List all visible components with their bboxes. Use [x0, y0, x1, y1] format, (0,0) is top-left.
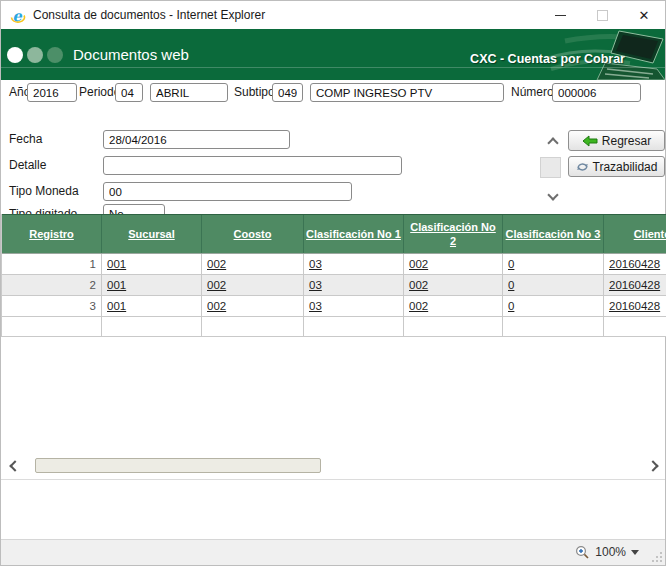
- coosto-link[interactable]: 002: [207, 300, 226, 312]
- status-bar: 100%: [1, 539, 665, 565]
- hscroll-right-icon[interactable]: [647, 460, 658, 471]
- trace-icon: [576, 161, 589, 173]
- cell-coosto: 002: [202, 275, 304, 296]
- clasificacion1-link[interactable]: 03: [309, 258, 322, 270]
- minimize-button[interactable]: [539, 1, 581, 29]
- module-title: CXC - Cuentas por Cobrar: [470, 52, 625, 66]
- title-bar: e Consulta de documentos - Internet Expl…: [1, 1, 665, 29]
- back-arrow-icon: [582, 135, 598, 147]
- cell-coosto: 002: [202, 254, 304, 275]
- clasificacion2-link[interactable]: 002: [409, 258, 428, 270]
- browser-window: e Consulta de documentos - Internet Expl…: [0, 0, 666, 566]
- table-row-empty: [2, 317, 666, 337]
- clasificacion3-link[interactable]: 0: [508, 300, 514, 312]
- header-dots: [7, 47, 63, 63]
- cell-coosto: 002: [202, 296, 304, 317]
- cell-clasificacion-1: 03: [304, 296, 404, 317]
- dot-green-icon: [47, 47, 63, 63]
- magnifier-zoom-icon: [575, 545, 590, 560]
- column-header-sucursal[interactable]: Sucursal: [102, 215, 202, 253]
- trazabilidad-button[interactable]: Trazabilidad: [568, 156, 665, 177]
- column-header-clasificacion-1[interactable]: Clasificación No 1: [304, 215, 404, 253]
- fecha-input[interactable]: [103, 130, 290, 149]
- resize-grip-icon[interactable]: [651, 551, 663, 563]
- cliente-link[interactable]: 20160428: [609, 279, 660, 291]
- numero-label: Número: [511, 83, 554, 102]
- zoom-control[interactable]: 100%: [575, 540, 639, 564]
- zoom-level: 100%: [595, 545, 626, 559]
- clasificacion2-link[interactable]: 002: [409, 300, 428, 312]
- svg-text:e: e: [12, 7, 22, 24]
- cell-cliente: 20160428: [604, 296, 666, 317]
- scroll-thumb-box[interactable]: [540, 157, 561, 178]
- zoom-caret-icon: [631, 550, 639, 555]
- minimize-icon: [555, 15, 566, 16]
- cell-registro: 2: [2, 275, 102, 296]
- coosto-link[interactable]: 002: [207, 258, 226, 270]
- close-icon: ✕: [639, 9, 650, 22]
- numero-input[interactable]: [552, 83, 641, 102]
- page-title: Documentos web: [73, 46, 189, 63]
- cell-clasificacion-3: 0: [503, 254, 604, 275]
- cell-sucursal: 001: [102, 275, 202, 296]
- column-header-registro[interactable]: Registro: [2, 215, 102, 253]
- column-header-clasificacion-2[interactable]: Clasificación No 2: [404, 215, 503, 253]
- maximize-icon: [597, 10, 608, 21]
- cell-clasificacion-2: 002: [404, 254, 503, 275]
- subtipo-name-input[interactable]: [310, 83, 504, 102]
- regresar-button[interactable]: Regresar: [568, 130, 665, 151]
- column-header-clasificacion-3[interactable]: Clasificación No 3: [503, 215, 604, 253]
- tipo-moneda-label: Tipo Moneda: [9, 182, 79, 201]
- scroll-down-icon[interactable]: [547, 189, 558, 200]
- dot-white-icon: [7, 47, 23, 63]
- app-header: Documentos web CXC - Cuentas por Cobrar: [1, 29, 665, 80]
- clasificacion1-link[interactable]: 03: [309, 279, 322, 291]
- frame-divider: [1, 479, 665, 480]
- tipo-moneda-input[interactable]: [103, 182, 352, 201]
- table-row: 3 001 002 03 002 0 20160428: [2, 296, 666, 317]
- window-controls: ✕: [539, 1, 665, 29]
- documents-table: Registro Sucursal Coosto Clasificación N…: [1, 214, 666, 337]
- sucursal-link[interactable]: 001: [107, 258, 126, 270]
- periodo-name-input[interactable]: [150, 83, 228, 102]
- hscroll-thumb[interactable]: [35, 458, 321, 473]
- clasificacion3-link[interactable]: 0: [508, 279, 514, 291]
- cell-clasificacion-2: 002: [404, 296, 503, 317]
- coosto-link[interactable]: 002: [207, 279, 226, 291]
- maximize-button[interactable]: [581, 1, 623, 29]
- cell-clasificacion-1: 03: [304, 275, 404, 296]
- scroll-up-icon[interactable]: [547, 137, 558, 148]
- sucursal-link[interactable]: 001: [107, 300, 126, 312]
- ano-input[interactable]: [27, 83, 77, 102]
- detalle-input[interactable]: [103, 156, 402, 175]
- regresar-label: Regresar: [602, 134, 651, 148]
- window-title: Consulta de documentos - Internet Explor…: [33, 8, 265, 22]
- fecha-label: Fecha: [9, 130, 42, 149]
- periodo-code-input[interactable]: [115, 83, 143, 102]
- cliente-link[interactable]: 20160428: [609, 258, 660, 270]
- cell-clasificacion-3: 0: [503, 275, 604, 296]
- detalle-label: Detalle: [9, 156, 46, 175]
- cell-clasificacion-1: 03: [304, 254, 404, 275]
- trazabilidad-label: Trazabilidad: [593, 160, 658, 174]
- close-button[interactable]: ✕: [623, 1, 665, 29]
- internet-explorer-icon: e: [9, 7, 26, 24]
- column-header-cliente[interactable]: Cliente: [604, 215, 666, 253]
- cell-sucursal: 001: [102, 296, 202, 317]
- table-row: 2 001 002 03 002 0 20160428: [2, 275, 666, 296]
- subtipo-code-input[interactable]: [272, 83, 303, 102]
- cell-sucursal: 001: [102, 254, 202, 275]
- clasificacion3-link[interactable]: 0: [508, 258, 514, 270]
- header-divider-line: [1, 67, 665, 68]
- dot-lightgreen-icon: [27, 47, 43, 63]
- clasificacion1-link[interactable]: 03: [309, 300, 322, 312]
- clasificacion2-link[interactable]: 002: [409, 279, 428, 291]
- cell-cliente: 20160428: [604, 254, 666, 275]
- hscroll-left-icon[interactable]: [9, 460, 20, 471]
- sucursal-link[interactable]: 001: [107, 279, 126, 291]
- cell-clasificacion-3: 0: [503, 296, 604, 317]
- subtipo-label: Subtipo: [234, 83, 275, 102]
- cliente-link[interactable]: 20160428: [609, 300, 660, 312]
- cell-clasificacion-2: 002: [404, 275, 503, 296]
- column-header-coosto[interactable]: Coosto: [202, 215, 304, 253]
